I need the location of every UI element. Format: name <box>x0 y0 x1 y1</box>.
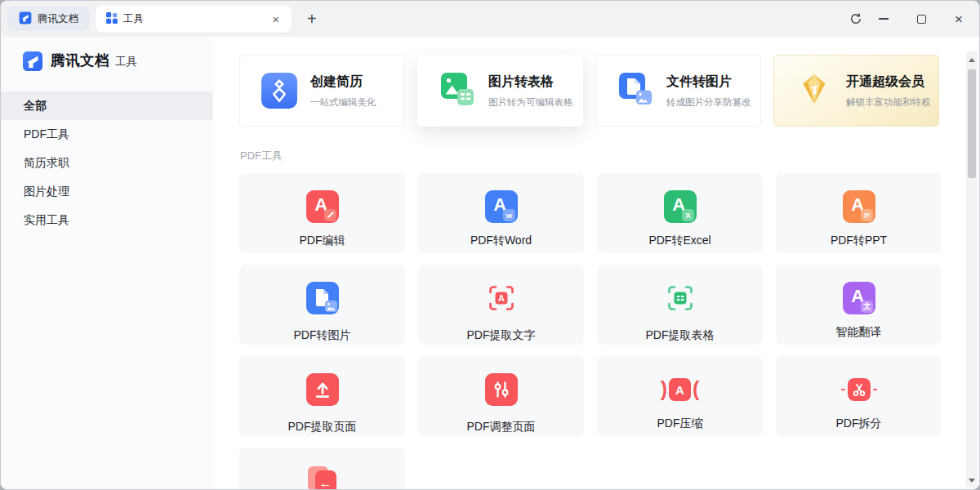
main-row: 腾讯文档 工具 全部 PDF工具 简历求职 图片处理 实用工具 创建简历 一站式… <box>1 37 979 489</box>
close-icon[interactable]: × <box>947 7 971 31</box>
scroll-down-icon[interactable] <box>969 479 975 483</box>
refresh-icon[interactable] <box>844 7 868 31</box>
feature-card-image-to-table[interactable]: 图片转表格 图片转为可编辑表格 <box>417 55 583 127</box>
maximize-icon[interactable] <box>909 7 933 31</box>
tools-grid-icon <box>106 12 118 26</box>
section-title: PDF工具 <box>240 149 979 163</box>
tool-label: PDF拆分 <box>836 416 882 431</box>
sidebar-item-utilities[interactable]: 实用工具 <box>1 206 213 234</box>
tab-label: 腾讯文档 <box>38 12 78 26</box>
feature-row: 创建简历 一站式编辑美化 图片转表格 图片转为可编辑表格 <box>239 55 979 127</box>
sidebar-item-pdf-tools[interactable]: PDF工具 <box>1 120 213 149</box>
tab-bar: 腾讯文档 工具 × + × <box>1 1 979 37</box>
brand-suffix: 工具 <box>115 55 137 69</box>
image-to-table-icon <box>439 71 475 110</box>
pdf-to-excel-icon: AX <box>664 190 697 223</box>
tool-label: 智能翻译 <box>836 325 882 340</box>
feature-card-file-to-image[interactable]: 文件转图片 转成图片分享防篡改 <box>595 55 761 127</box>
feature-text: 开通超级会员 解锁丰富功能和特权 <box>846 74 931 109</box>
feature-subtitle: 图片转为可编辑表格 <box>488 96 573 109</box>
feature-text: 创建简历 一站式编辑美化 <box>310 74 376 109</box>
tool-card-pdf-adjust-page[interactable]: PDF调整页面 <box>418 356 584 436</box>
vertical-scrollbar[interactable] <box>966 51 978 488</box>
pdf-edit-icon: A <box>306 190 339 223</box>
feature-text: 文件转图片 转成图片分享防篡改 <box>666 74 751 109</box>
tool-label: PDF转图片 <box>294 328 351 343</box>
tool-card-pdf-to-image[interactable]: PDF转图片 <box>239 265 405 345</box>
tool-label: PDF编辑 <box>300 234 345 248</box>
tool-label: PDF调整页面 <box>467 420 536 434</box>
feature-title: 文件转图片 <box>666 74 751 91</box>
new-tab-button[interactable]: + <box>302 10 322 29</box>
pdf-extract-table-icon <box>664 282 697 318</box>
sidebar: 腾讯文档 工具 全部 PDF工具 简历求职 图片处理 实用工具 <box>1 37 213 489</box>
sidebar-item-all[interactable]: 全部 <box>1 91 213 120</box>
scroll-up-icon[interactable] <box>969 58 975 62</box>
tool-card-pdf-extract-table[interactable]: PDF提取表格 <box>597 265 763 345</box>
tool-card-pdf-merge[interactable]: ← <box>239 448 405 489</box>
feature-subtitle: 转成图片分享防篡改 <box>666 96 751 109</box>
tool-card-pdf-split[interactable]: PDF拆分 <box>776 356 942 436</box>
sidebar-item-label: PDF工具 <box>24 127 69 142</box>
tool-card-pdf-to-ppt[interactable]: AP PDF转PPT <box>776 173 942 253</box>
smart-translate-icon: A文 <box>843 282 875 314</box>
sidebar-item-label: 简历求职 <box>24 156 69 171</box>
pdf-split-icon <box>841 373 877 406</box>
scrollbar-thumb[interactable] <box>968 69 976 178</box>
tool-grid: A PDF编辑 Aw PDF转Word AX PDF转Excel <box>239 173 979 489</box>
sidebar-item-label: 图片处理 <box>24 185 69 199</box>
feature-card-create-resume[interactable]: 创建简历 一站式编辑美化 <box>239 55 405 127</box>
tab-tencent-docs[interactable]: 腾讯文档 <box>7 7 90 31</box>
content-area: 创建简历 一站式编辑美化 图片转表格 图片转为可编辑表格 <box>213 37 979 489</box>
tencent-docs-logo-icon <box>22 51 43 75</box>
feature-subtitle: 一站式编辑美化 <box>310 96 376 109</box>
pdf-merge-icon: ← <box>306 465 339 489</box>
minimize-icon[interactable] <box>871 7 896 31</box>
tool-label: PDF转PPT <box>831 234 887 248</box>
brand-name: 腾讯文档 <box>51 51 109 70</box>
tool-card-pdf-edit[interactable]: A PDF编辑 <box>239 173 405 253</box>
tab-label: 工具 <box>123 12 144 26</box>
sidebar-item-label: 全部 <box>24 99 47 114</box>
tool-label: PDF压缩 <box>657 416 703 431</box>
brand: 腾讯文档 工具 <box>22 51 213 75</box>
file-to-image-icon <box>617 71 653 110</box>
feature-subtitle: 解锁丰富功能和特权 <box>846 96 931 109</box>
tool-card-pdf-compress[interactable]: )A( PDF压缩 <box>597 356 763 436</box>
tool-card-smart-translate[interactable]: A文 智能翻译 <box>776 265 942 345</box>
pdf-adjust-page-icon <box>485 373 518 409</box>
feature-title: 图片转表格 <box>488 74 573 91</box>
tool-label: PDF提取页面 <box>288 420 357 434</box>
svg-text:A: A <box>498 293 505 303</box>
pdf-to-word-icon: Aw <box>485 190 518 223</box>
pdf-to-ppt-icon: AP <box>843 190 875 223</box>
feature-text: 图片转表格 图片转为可编辑表格 <box>488 74 573 109</box>
pdf-extract-page-icon <box>306 373 339 409</box>
tool-label: PDF提取文字 <box>467 328 536 343</box>
app-window: 腾讯文档 工具 × + × 腾讯文档 <box>0 0 980 490</box>
tencent-docs-logo-icon <box>19 11 32 27</box>
vip-diamond-icon <box>795 70 833 111</box>
resume-tie-icon <box>261 73 297 109</box>
pdf-extract-text-icon: A <box>485 282 518 318</box>
tab-close-icon[interactable]: × <box>269 11 283 27</box>
window-controls: × <box>844 7 979 31</box>
tool-label: PDF提取表格 <box>646 328 715 343</box>
pdf-compress-icon: )A( <box>661 373 700 406</box>
tool-card-pdf-extract-page[interactable]: PDF提取页面 <box>239 356 405 436</box>
tab-tools[interactable]: 工具 × <box>96 6 292 33</box>
tool-label: PDF转Excel <box>648 234 710 248</box>
feature-title: 开通超级会员 <box>846 74 931 91</box>
tool-card-pdf-extract-text[interactable]: A PDF提取文字 <box>418 265 584 345</box>
pdf-to-image-icon <box>306 282 339 318</box>
sidebar-item-label: 实用工具 <box>24 213 69 228</box>
sidebar-item-resume-jobs[interactable]: 简历求职 <box>1 149 213 177</box>
feature-title: 创建简历 <box>310 74 376 91</box>
tool-card-pdf-to-excel[interactable]: AX PDF转Excel <box>597 173 763 253</box>
tool-label: PDF转Word <box>470 234 532 248</box>
feature-card-super-vip[interactable]: 开通超级会员 解锁丰富功能和特权 <box>773 55 939 127</box>
sidebar-item-image-processing[interactable]: 图片处理 <box>1 177 213 206</box>
tool-card-pdf-to-word[interactable]: Aw PDF转Word <box>418 173 584 253</box>
